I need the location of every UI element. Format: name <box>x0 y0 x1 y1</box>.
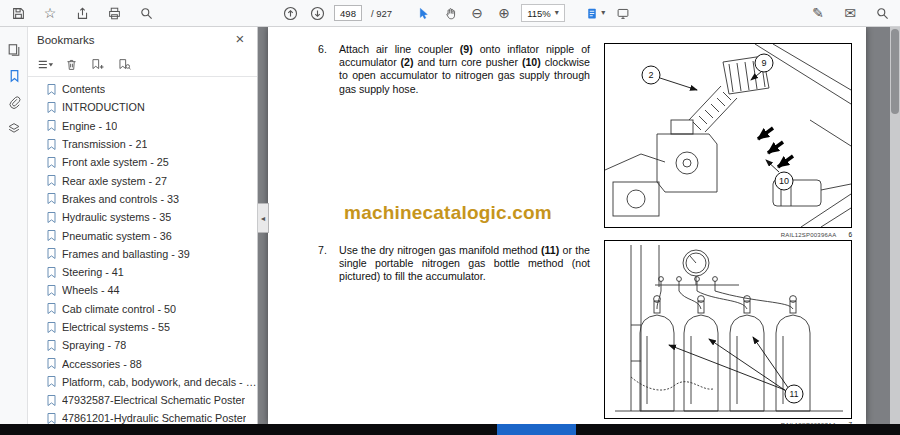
bookmark-item-label: Frames and ballasting - 39 <box>62 248 190 260</box>
bookmark-item[interactable]: Electrical systems - 55 <box>28 318 257 336</box>
select-tool-button[interactable] <box>413 3 433 23</box>
bookmark-icon <box>8 69 21 83</box>
bookmark-item[interactable]: Pneumatic system - 36 <box>28 226 257 244</box>
page-view-dropdown[interactable]: ▾ <box>586 3 606 23</box>
bookmark-item[interactable]: Rear axle system - 27 <box>28 171 257 189</box>
bookmark-flag-icon <box>47 248 56 259</box>
instruction-step-6: 6. Attach air line coupler (9) onto infl… <box>318 43 590 96</box>
pages-icon <box>7 43 21 57</box>
attachments-tab[interactable] <box>0 89 28 115</box>
tools-search-button[interactable] <box>872 3 892 23</box>
search-icon <box>876 7 889 20</box>
toolbar-center-group: / 927 ⊖ ⊕ 115% ▾ <box>280 0 633 26</box>
presentation-mode-button[interactable] <box>613 3 633 23</box>
add-bookmark-icon <box>89 58 105 71</box>
bookmark-item-label: Rear axle system - 27 <box>62 175 167 187</box>
pdf-page: 6. Attach air line coupler (9) onto infl… <box>268 27 866 424</box>
bookmark-flag-icon <box>47 175 56 186</box>
pen-icon: ✎ <box>812 6 824 20</box>
save-button[interactable] <box>8 3 28 23</box>
bookmark-search-icon <box>116 58 132 71</box>
bookmark-item-label: Pneumatic system - 36 <box>62 230 172 242</box>
callout-label: 9 <box>761 58 766 68</box>
hand-tool-button[interactable] <box>440 3 460 23</box>
bookmark-item[interactable]: 47861201-Hydraulic Schematic Poster <box>28 409 257 424</box>
page-thumbnails-tab[interactable] <box>0 37 28 63</box>
bookmark-item[interactable]: Contents <box>28 80 257 98</box>
bookmark-item[interactable]: Hydraulic systems - 35 <box>28 208 257 226</box>
bookmarks-tab[interactable] <box>0 63 28 89</box>
figure2-line-art: 11 <box>605 241 851 418</box>
instruction-step-7: 7. Use the dry nitrogen gas manifold met… <box>318 244 590 284</box>
callout-label: 10 <box>779 176 789 186</box>
bookmark-item[interactable]: Engine - 10 <box>28 117 257 135</box>
zoom-level-dropdown[interactable]: 115% ▾ <box>521 4 565 22</box>
zoom-in-button[interactable]: ⊕ <box>494 3 514 23</box>
bookmark-item[interactable]: Wheels - 44 <box>28 281 257 299</box>
find-bookmark-button[interactable] <box>116 56 132 72</box>
watermark-text: machinecatalogic.com <box>306 202 590 224</box>
callout-label: 2 <box>648 70 653 80</box>
print-icon <box>108 7 121 20</box>
layers-tab[interactable] <box>0 115 28 141</box>
bookmark-item-label: Spraying - 78 <box>62 339 126 351</box>
bookmark-flag-icon <box>47 157 56 168</box>
vertical-scrollbar[interactable] <box>890 27 900 424</box>
bookmark-item[interactable]: 47932587-Electrical Schematic Poster <box>28 391 257 409</box>
previous-page-button[interactable] <box>280 3 300 23</box>
bookmarks-options-button[interactable] <box>37 56 54 72</box>
step-number: 7. <box>318 244 332 284</box>
panel-close-button[interactable]: × <box>232 30 248 46</box>
bookmark-item-label: Contents <box>62 83 105 95</box>
print-button[interactable] <box>104 3 124 23</box>
bookmarks-toolbar <box>37 56 132 72</box>
bookmark-item[interactable]: Cab climate control - 50 <box>28 300 257 318</box>
bookmark-item-label: Brakes and controls - 33 <box>62 193 179 205</box>
bookmark-item[interactable]: Spraying - 78 <box>28 336 257 354</box>
scrollbar-thumb[interactable] <box>891 29 899 114</box>
bookmark-flag-icon <box>47 267 56 278</box>
bookmark-item-label: Hydraulic systems - 35 <box>62 211 171 223</box>
chevron-down-icon: ▾ <box>555 9 559 17</box>
bookmark-item[interactable]: Front axle system - 25 <box>28 153 257 171</box>
bookmark-item[interactable]: INTRODUCTION <box>28 98 257 116</box>
bookmark-item[interactable]: Frames and ballasting - 39 <box>28 245 257 263</box>
page-view-icon <box>586 7 598 20</box>
hand-icon <box>444 7 457 20</box>
page-number-input[interactable] <box>334 5 362 21</box>
bookmark-item[interactable]: Transmission - 21 <box>28 135 257 153</box>
mail-icon: ✉ <box>844 6 856 20</box>
bookmark-item-label: INTRODUCTION <box>62 101 145 113</box>
bookmark-item[interactable]: Accessories - 88 <box>28 354 257 372</box>
arrow-down-circle-icon <box>310 6 325 21</box>
bookmark-item-label: Platform, cab, bodywork, and decals - 90 <box>62 376 257 388</box>
bookmark-flag-icon <box>47 322 56 333</box>
bookmark-flag-icon <box>47 120 56 131</box>
star-icon: ☆ <box>44 6 57 20</box>
bookmark-item[interactable]: Platform, cab, bodywork, and decals - 90 <box>28 373 257 391</box>
paperclip-icon <box>8 96 21 109</box>
taskbar-active-app[interactable] <box>497 424 576 435</box>
next-page-button[interactable] <box>307 3 327 23</box>
share-button[interactable] <box>72 3 92 23</box>
document-view-area: ◄ 6. Attach air line coupler (9) onto in… <box>258 27 900 424</box>
figure1-ref-code: RAIL12SP00396AA <box>781 232 837 238</box>
page-total-label: / 927 <box>371 8 392 19</box>
email-button[interactable]: ✉ <box>840 3 860 23</box>
sign-button[interactable]: ✎ <box>808 3 828 23</box>
toolbar-left-group: ☆ <box>8 0 156 26</box>
figure1-reference: RAIL12SP00396AA 6 <box>604 231 852 238</box>
find-button[interactable] <box>136 3 156 23</box>
favorites-button[interactable]: ☆ <box>40 3 60 23</box>
top-toolbar: ☆ <box>0 0 900 27</box>
bookmark-flag-icon <box>47 102 56 113</box>
zoom-out-button[interactable]: ⊖ <box>467 3 487 23</box>
search-icon <box>140 7 153 20</box>
bookmark-item[interactable]: Brakes and controls - 33 <box>28 190 257 208</box>
figure1-line-art: 2 9 10 <box>605 44 851 227</box>
delete-bookmark-button[interactable] <box>65 56 78 72</box>
add-bookmark-button[interactable] <box>89 56 105 72</box>
layers-icon <box>7 122 21 135</box>
bookmark-item[interactable]: Steering - 41 <box>28 263 257 281</box>
panel-collapse-handle[interactable]: ◄ <box>258 203 269 233</box>
